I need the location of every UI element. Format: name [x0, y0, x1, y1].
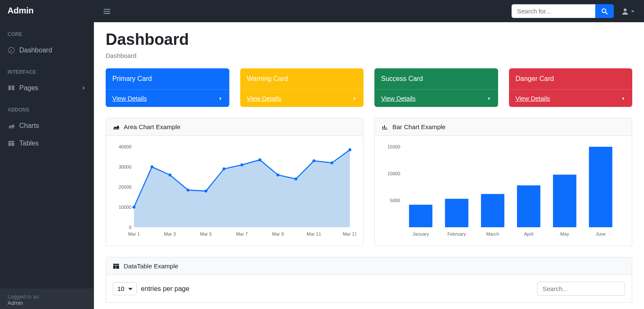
nav-heading-interface: INTERFACE — [0, 59, 94, 79]
svg-text:Mar 13: Mar 13 — [343, 231, 356, 236]
card-title: Success Card — [374, 68, 498, 89]
chart-bar-icon — [382, 124, 388, 130]
svg-rect-38 — [517, 185, 540, 227]
book-icon — [8, 84, 15, 92]
table-icon — [8, 140, 15, 147]
svg-text:June: June — [596, 231, 606, 236]
topbar — [94, 0, 644, 22]
svg-point-12 — [187, 189, 190, 192]
sidebar-footer: Logged in as: Admin — [0, 288, 94, 309]
svg-text:Mar 11: Mar 11 — [307, 231, 321, 236]
svg-text:Mar 1: Mar 1 — [128, 231, 140, 236]
svg-point-13 — [205, 190, 208, 192]
card-header-title: DataTable Example — [124, 262, 178, 270]
logged-in-label: Logged in as: — [8, 293, 86, 300]
svg-point-18 — [294, 177, 297, 180]
svg-point-11 — [169, 174, 171, 177]
svg-point-16 — [258, 158, 261, 161]
dashboard-icon — [8, 47, 15, 54]
table-search-input[interactable] — [537, 282, 625, 296]
svg-text:Mar 9: Mar 9 — [272, 231, 284, 236]
chart-area-icon — [8, 122, 15, 130]
svg-text:40000: 40000 — [119, 144, 132, 149]
chevron-right-icon — [81, 86, 86, 91]
sidebar-toggle-button[interactable] — [101, 5, 113, 18]
chevron-right-icon — [487, 96, 491, 101]
user-icon — [621, 8, 629, 15]
svg-point-20 — [330, 161, 333, 164]
svg-point-14 — [223, 167, 226, 170]
svg-text:30000: 30000 — [119, 164, 132, 169]
sidebar-item-tables[interactable]: Tables — [0, 135, 94, 152]
svg-text:Mar 3: Mar 3 — [164, 231, 176, 236]
bar-chart-card: Bar Chart Example 50001000015000JanuaryF… — [374, 118, 632, 246]
nav-heading-addons: ADDONS — [0, 97, 94, 117]
card-title: Warning Card — [240, 68, 364, 89]
svg-point-15 — [241, 164, 244, 166]
sidebar-item-label: Charts — [19, 122, 39, 130]
search-input[interactable] — [512, 4, 595, 18]
svg-point-17 — [276, 174, 279, 177]
view-details-link[interactable]: View Details — [112, 95, 147, 102]
warning-card: Warning Card View Details — [240, 68, 364, 107]
svg-point-19 — [312, 159, 315, 162]
card-title: Primary Card — [106, 68, 229, 89]
view-details-link[interactable]: View Details — [516, 95, 550, 102]
breadcrumb: Dashboard — [106, 52, 632, 59]
sidebar-item-pages[interactable]: Pages — [0, 79, 94, 97]
area-chart: 010000200003000040000Mar 1Mar 3Mar 5Mar … — [113, 143, 356, 239]
svg-text:February: February — [447, 231, 466, 236]
svg-point-9 — [132, 206, 135, 209]
card-title: Danger Card — [509, 68, 633, 89]
sidebar-item-label: Dashboard — [19, 47, 52, 54]
svg-text:May: May — [560, 231, 569, 236]
view-details-link[interactable]: View Details — [247, 95, 281, 102]
caret-down-icon — [631, 9, 635, 13]
user-menu[interactable] — [619, 5, 637, 18]
chevron-right-icon — [218, 96, 223, 101]
svg-text:0: 0 — [129, 225, 131, 230]
content: Dashboard Dashboard Primary Card View De… — [94, 22, 644, 309]
entries-label: entries per page — [141, 285, 190, 293]
svg-text:January: January — [413, 231, 429, 236]
search-icon — [601, 8, 608, 15]
logged-in-user: Admin — [8, 300, 23, 306]
area-chart-card: Area Chart Example 010000200003000040000… — [106, 118, 364, 246]
datatable-card: DataTable Example 10 entries per page — [106, 257, 632, 303]
svg-point-1 — [11, 50, 12, 51]
svg-point-21 — [348, 148, 351, 151]
svg-text:Mar 5: Mar 5 — [200, 231, 212, 236]
svg-text:Mar 7: Mar 7 — [236, 231, 248, 236]
sidebar-item-label: Pages — [19, 84, 38, 92]
search-form — [512, 4, 614, 18]
sidebar-item-dashboard[interactable]: Dashboard — [0, 42, 94, 59]
primary-card: Primary Card View Details — [106, 68, 229, 107]
success-card: Success Card View Details — [374, 68, 498, 107]
brand: Admin — [0, 0, 94, 21]
sidebar: Admin CORE Dashboard INTERFACE Pages ADD… — [0, 0, 94, 309]
svg-rect-34 — [445, 199, 468, 227]
card-header-title: Bar Chart Example — [392, 123, 446, 130]
svg-point-3 — [624, 8, 627, 11]
search-button[interactable] — [595, 4, 614, 18]
chart-area-icon — [113, 124, 119, 130]
table-icon — [113, 263, 119, 270]
svg-rect-42 — [589, 147, 613, 227]
view-details-link[interactable]: View Details — [381, 95, 415, 102]
svg-text:March: March — [486, 231, 499, 236]
nav-heading-core: CORE — [0, 21, 94, 42]
page-title: Dashboard — [106, 31, 632, 49]
svg-rect-40 — [553, 175, 576, 227]
svg-point-10 — [151, 166, 153, 169]
svg-text:5000: 5000 — [390, 198, 400, 203]
sidebar-item-label: Tables — [19, 140, 39, 147]
sidebar-item-charts[interactable]: Charts — [0, 117, 94, 135]
chevron-right-icon — [353, 96, 357, 101]
svg-text:10000: 10000 — [119, 205, 132, 210]
entries-select[interactable]: 10 — [113, 282, 137, 295]
bar-chart: 50001000015000JanuaryFebruaryMarchAprilM… — [382, 143, 625, 239]
card-header-title: Area Chart Example — [124, 123, 180, 130]
svg-point-2 — [602, 9, 606, 13]
danger-card: Danger Card View Details — [509, 68, 633, 107]
svg-text:10000: 10000 — [387, 171, 400, 176]
